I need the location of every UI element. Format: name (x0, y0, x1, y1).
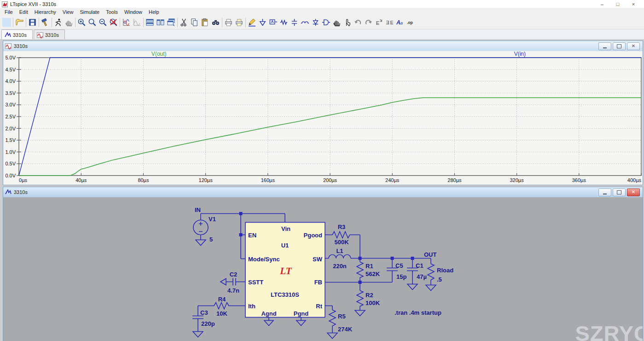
place-inductor-button[interactable] (300, 17, 310, 28)
new-document-icon (2, 18, 11, 27)
place-resistor-button[interactable] (278, 17, 289, 28)
place-diode-button[interactable] (310, 17, 321, 28)
paste-button[interactable] (200, 17, 210, 28)
rotate-button[interactable] (374, 17, 384, 28)
component-u1[interactable]: Vin EN Pgood U1 Mode/Sync SW LT SSTT FB … (245, 223, 325, 317)
waveform-window-titlebar[interactable]: 3310s ✕ (3, 41, 643, 52)
svg-text:47µ: 47µ (417, 273, 427, 280)
menu-edit[interactable]: Edit (16, 9, 31, 15)
zoom-full-extents-button[interactable] (108, 17, 119, 28)
cascade-windows-button[interactable] (166, 17, 176, 28)
component-v1[interactable]: V1 5 (193, 216, 216, 246)
waveform-restore-button[interactable] (613, 42, 626, 50)
menu-tools[interactable]: Tools (103, 9, 121, 15)
tile-vertical-button[interactable] (155, 17, 166, 28)
trace-label-vout[interactable]: V(out) (151, 51, 167, 57)
spice-directive-text[interactable]: .tran .4m startup (395, 309, 441, 316)
autorange-plot-button[interactable] (121, 17, 132, 28)
mirror-button[interactable] (384, 17, 395, 28)
window-minimize-button[interactable]: – (599, 1, 605, 7)
print-button[interactable] (223, 17, 234, 28)
component-rload[interactable]: Rload .5 (428, 264, 453, 283)
place-component-button[interactable] (321, 17, 331, 28)
place-text-button[interactable] (395, 17, 406, 28)
component-l1[interactable]: L1 220n (329, 247, 351, 270)
copy-button[interactable] (189, 17, 200, 28)
menu-window[interactable]: Window (121, 9, 145, 15)
toolbar-separator (177, 18, 178, 27)
open-folder-button[interactable] (14, 17, 25, 28)
hammer-icon (41, 18, 50, 27)
menu-view[interactable]: View (59, 9, 77, 15)
capacitor-icon (290, 18, 299, 27)
cut-button[interactable] (179, 17, 189, 28)
redo-button[interactable] (363, 17, 374, 28)
component-c5[interactable]: C5 15p (387, 262, 406, 280)
waveform-minimize-button[interactable] (598, 42, 611, 50)
schematic-drawing: V1 5 IN Vin EN Pgood U1 Mode/Sync SW LT (3, 197, 643, 341)
schematic-icon (5, 32, 11, 38)
move-button[interactable] (331, 17, 342, 28)
svg-text:10K: 10K (216, 310, 227, 317)
pin-pgnd: Pgnd (294, 310, 309, 317)
label-net-button[interactable] (268, 17, 278, 28)
tab-waveform-3310s[interactable]: 3310s (34, 29, 65, 40)
window-close-button[interactable]: × (630, 1, 637, 7)
text-icon (396, 18, 405, 27)
x-tick-label: 80µs (138, 177, 149, 183)
undo-icon (354, 18, 362, 27)
svg-text:Rload: Rload (437, 267, 453, 274)
menu-hierarchy[interactable]: Hierarchy (31, 9, 59, 15)
place-ground-button[interactable] (257, 17, 268, 28)
zoom-in-button[interactable] (76, 17, 87, 28)
new-document-button[interactable] (1, 17, 12, 28)
tile-horizontal-button[interactable] (145, 17, 155, 28)
schematic-restore-button[interactable] (613, 188, 626, 196)
menu-file[interactable]: File (1, 9, 16, 15)
net-label-in[interactable]: IN (195, 206, 201, 213)
spice-directive-button[interactable] (406, 17, 416, 28)
schematic-minimize-button[interactable] (598, 188, 611, 196)
place-capacitor-button[interactable] (289, 17, 300, 28)
svg-text:R3: R3 (338, 223, 346, 230)
svg-text:L1: L1 (336, 247, 343, 254)
trace-label-vin[interactable]: V(in) (514, 51, 526, 57)
net-label-out[interactable]: OUT (424, 251, 437, 258)
schematic-window-titlebar[interactable]: 3310s ✕ (3, 187, 643, 198)
component-r1[interactable]: R1 562K (357, 262, 380, 279)
halt-simulation-button[interactable] (64, 17, 74, 28)
component-c1[interactable]: C1 47µ (407, 262, 427, 280)
component-r4[interactable]: R4 10K (214, 296, 230, 317)
find-button[interactable] (210, 17, 221, 28)
plot-border (19, 58, 641, 176)
menu-simulate[interactable]: Simulate (76, 9, 103, 15)
print-preview-button[interactable] (234, 17, 244, 28)
schematic-canvas[interactable]: V1 5 IN Vin EN Pgood U1 Mode/Sync SW LT (3, 197, 643, 341)
draw-wire-button[interactable] (247, 17, 257, 28)
x-tick-label: 240µs (385, 177, 400, 183)
zoom-area-button[interactable] (87, 17, 98, 28)
waveform-close-button[interactable]: ✕ (627, 42, 640, 50)
zoom-out-button[interactable] (98, 17, 108, 28)
cascade-icon (167, 18, 175, 27)
save-button[interactable] (27, 17, 38, 28)
tab-schematic-3310s[interactable]: 3310s (1, 29, 33, 40)
toolbar-separator (26, 18, 26, 27)
run-simulation-button[interactable] (53, 17, 64, 28)
waveform-plot-area[interactable]: 0µs40µs80µs120µs160µs200µs240µs280µs320µ… (3, 51, 643, 185)
drag-button[interactable] (342, 17, 353, 28)
component-r3[interactable]: R3 500K (332, 223, 351, 246)
toolbar-separator (52, 18, 52, 27)
component-r2[interactable]: R2 100K (357, 291, 380, 307)
menu-help[interactable]: Help (145, 9, 162, 15)
copy-icon (190, 18, 199, 27)
component-c2[interactable]: C2 4.7n (227, 271, 239, 294)
undo-button[interactable] (353, 17, 363, 28)
plot-settings-button[interactable] (132, 17, 142, 28)
redo-icon (364, 18, 373, 27)
svg-text:R4: R4 (218, 296, 226, 303)
control-panel-button[interactable] (40, 17, 51, 28)
component-c3[interactable]: C3 220p (192, 309, 215, 327)
schematic-close-button[interactable]: ✕ (627, 188, 640, 196)
window-maximize-button[interactable]: □ (615, 1, 621, 7)
